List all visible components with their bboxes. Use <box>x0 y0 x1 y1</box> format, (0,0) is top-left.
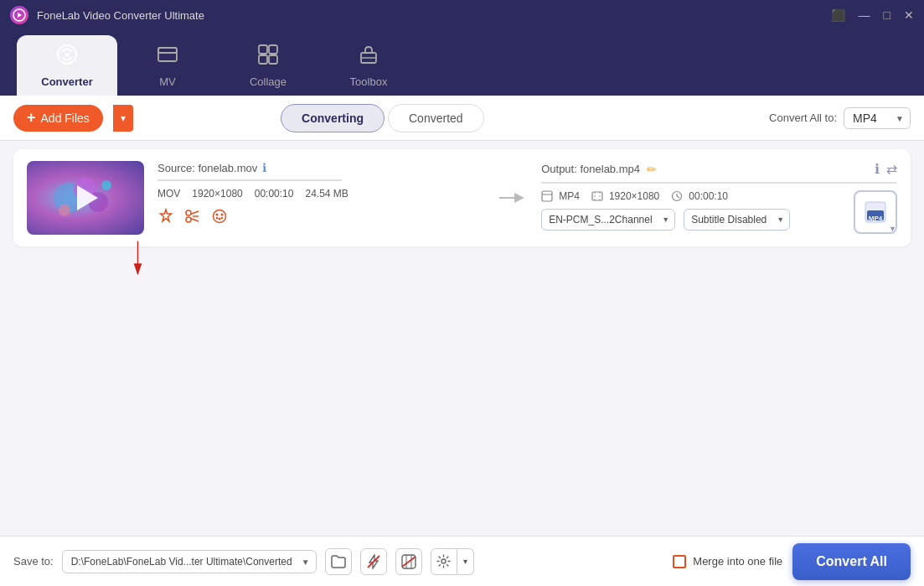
svg-line-46 <box>402 557 416 567</box>
tab-converter[interactable]: Converter <box>17 35 117 96</box>
svg-rect-33 <box>592 192 602 200</box>
bottombar: Save to: D:\FoneLab\FoneLab Vid...ter Ul… <box>0 536 924 586</box>
tab-mv[interactable]: MV <box>117 35 218 96</box>
thumbnail <box>27 161 144 235</box>
settings-dropdown-button[interactable]: ▾ <box>457 548 474 575</box>
converter-icon <box>56 44 78 70</box>
svg-point-17 <box>59 205 70 216</box>
close-button[interactable]: ✕ <box>904 9 914 21</box>
audio-select-wrap: EN-PCM_S...2Channel <box>541 209 675 231</box>
svg-rect-8 <box>259 55 267 64</box>
file-card: Source: fonelab.mov ℹ MOV 1920×1080 00:0… <box>13 149 911 246</box>
svg-text:MP4: MP4 <box>869 215 883 222</box>
save-to-label: Save to: <box>13 555 54 568</box>
svg-rect-9 <box>269 55 277 64</box>
svg-line-38 <box>677 196 679 198</box>
settings-button[interactable] <box>431 548 457 575</box>
folder-browse-button[interactable] <box>325 548 352 575</box>
thumbnail-inner <box>27 161 144 235</box>
source-header: Source: fonelab.mov ℹ <box>157 161 481 174</box>
audio-select[interactable]: EN-PCM_S...2Channel <box>541 209 675 231</box>
svg-point-25 <box>221 214 224 216</box>
output-resolution-text: 1920×1080 <box>591 190 659 202</box>
svg-point-23 <box>214 210 226 223</box>
file-size: 24.54 MB <box>305 188 348 200</box>
svg-line-21 <box>191 219 199 222</box>
svg-point-47 <box>441 559 446 563</box>
output-actions: ℹ ⇄ <box>875 161 897 177</box>
output-reset-button[interactable]: ⇄ <box>886 161 897 177</box>
mv-icon <box>157 44 178 70</box>
flash-settings-button[interactable] <box>395 548 422 575</box>
titlebar: FoneLab Video Converter Ultimate ⬛ — □ ✕ <box>0 0 924 30</box>
tab-toolbox[interactable]: Toolbox <box>318 35 419 96</box>
output-header: Output: fonelab.mp4 ✏ ℹ ⇄ <box>541 161 897 177</box>
svg-line-20 <box>191 211 199 215</box>
save-path-select[interactable]: D:\FoneLab\FoneLab Vid...ter Ultimate\Co… <box>62 550 317 573</box>
svg-rect-3 <box>158 48 177 61</box>
minimize-button[interactable]: — <box>859 9 870 21</box>
flash-off-button[interactable] <box>360 548 387 575</box>
merge-checkbox[interactable] <box>673 555 686 568</box>
tab-mv-label: MV <box>159 75 176 88</box>
format-select[interactable]: MP4 MKV AVI MOV <box>844 107 911 129</box>
output-duration-text: 00:00:10 <box>671 190 728 202</box>
output-format-text: MP4 <box>541 190 580 202</box>
selects-row: EN-PCM_S...2Channel Subtitle Disabled No… <box>541 209 845 231</box>
tab-converted[interactable]: Converted <box>388 104 484 132</box>
add-files-dropdown-button[interactable]: ▾ <box>113 105 133 132</box>
output-divider <box>541 182 897 184</box>
output-edit-icon[interactable]: ✏ <box>647 163 657 176</box>
tab-collage[interactable]: Collage <box>218 35 318 96</box>
output-label: Output: fonelab.mp4 <box>541 163 640 175</box>
format-select-wrap: MP4 MKV AVI MOV <box>844 107 911 129</box>
file-meta: MOV 1920×1080 00:00:10 24.54 MB <box>157 188 481 200</box>
main-content: Source: fonelab.mov ℹ MOV 1920×1080 00:0… <box>0 141 924 536</box>
merge-label: Merge into one file <box>693 555 782 568</box>
tab-toolbox-label: Toolbox <box>350 75 388 88</box>
palette-icon[interactable] <box>211 208 228 229</box>
collage-icon <box>257 44 279 70</box>
file-duration: 00:00:10 <box>255 188 294 200</box>
app-logo <box>10 6 28 24</box>
maximize-button[interactable]: □ <box>884 9 890 21</box>
svg-rect-6 <box>259 45 267 54</box>
add-files-label: Add Files <box>41 111 90 125</box>
status-tabs: Converting Converted <box>281 104 483 132</box>
svg-point-24 <box>216 214 219 216</box>
save-path-wrap: D:\FoneLab\FoneLab Vid...ter Ultimate\Co… <box>62 550 317 573</box>
file-format: MOV <box>157 188 180 200</box>
file-resolution: 1920×1080 <box>192 188 242 200</box>
nav-tabs: Converter MV Collage <box>0 30 924 96</box>
app-title: FoneLab Video Converter Ultimate <box>37 9 823 22</box>
format-badge-expand-icon: ▼ <box>889 225 896 233</box>
convert-all-to-group: Convert All to: MP4 MKV AVI MOV <box>769 107 911 129</box>
bottom-right: Merge into one file Convert All <box>673 543 911 580</box>
svg-point-27 <box>216 217 218 219</box>
source-info-icon[interactable]: ℹ <box>262 161 266 174</box>
merge-checkbox-group: Merge into one file <box>673 555 782 568</box>
svg-point-19 <box>186 217 191 222</box>
svg-rect-7 <box>269 45 277 54</box>
convert-all-to-label: Convert All to: <box>769 111 837 124</box>
tab-converter-label: Converter <box>41 75 92 88</box>
output-info-button[interactable]: ℹ <box>875 161 880 177</box>
tab-collage-label: Collage <box>250 75 286 88</box>
subtitles-icon[interactable]: ⬛ <box>831 9 845 21</box>
arrow-separator <box>494 188 528 208</box>
toolbox-icon <box>358 44 379 70</box>
tab-converting[interactable]: Converting <box>281 104 385 132</box>
subtitle-select-wrap: Subtitle Disabled None <box>684 209 790 231</box>
output-format-badge[interactable]: MP4 ▼ <box>854 190 897 234</box>
svg-point-16 <box>101 180 111 190</box>
effects-icon[interactable] <box>157 208 174 229</box>
cut-icon[interactable] <box>184 208 201 229</box>
subtitle-select[interactable]: Subtitle Disabled None <box>684 209 790 231</box>
plus-icon: + <box>27 109 36 127</box>
add-files-button[interactable]: + Add Files <box>13 105 103 132</box>
file-card-wrapper: Source: fonelab.mov ℹ MOV 1920×1080 00:0… <box>13 149 911 246</box>
convert-all-button[interactable]: Convert All <box>792 543 911 580</box>
source-section: Source: fonelab.mov ℹ MOV 1920×1080 00:0… <box>157 161 481 229</box>
svg-point-18 <box>186 210 191 215</box>
source-label: Source: fonelab.mov <box>157 162 257 174</box>
